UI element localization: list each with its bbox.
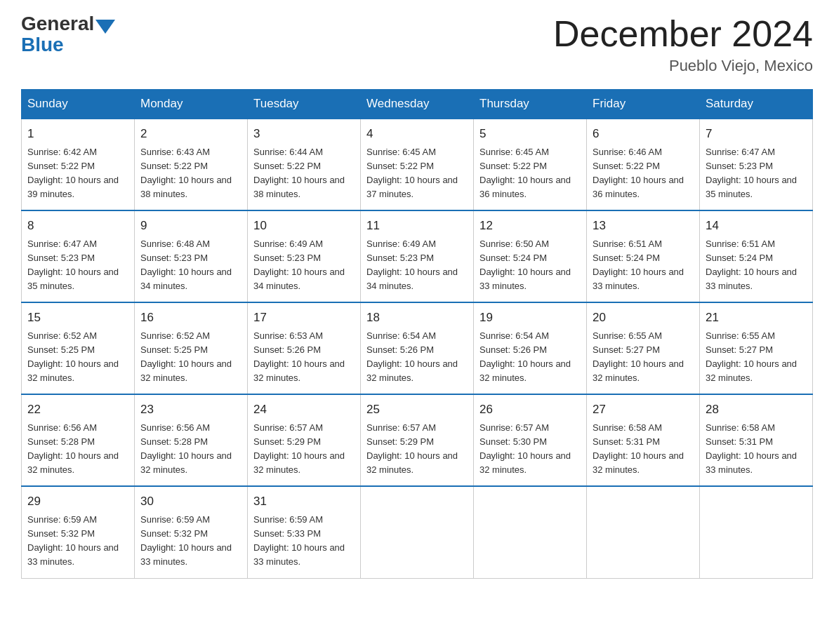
day-number: 14	[706, 217, 807, 235]
calendar-table: SundayMondayTuesdayWednesdayThursdayFrid…	[21, 89, 813, 578]
calendar-day-cell: 15 Sunrise: 6:52 AMSunset: 5:25 PMDaylig…	[22, 302, 135, 394]
day-info: Sunrise: 6:53 AMSunset: 5:26 PMDaylight:…	[253, 330, 345, 383]
month-title: December 2024	[553, 14, 813, 54]
empty-cell	[361, 486, 474, 578]
calendar-day-cell: 10 Sunrise: 6:49 AMSunset: 5:23 PMDaylig…	[248, 210, 361, 302]
day-info: Sunrise: 6:52 AMSunset: 5:25 PMDaylight:…	[140, 330, 232, 383]
calendar-week-row: 29 Sunrise: 6:59 AMSunset: 5:32 PMDaylig…	[22, 486, 813, 578]
day-info: Sunrise: 6:56 AMSunset: 5:28 PMDaylight:…	[27, 422, 119, 475]
day-info: Sunrise: 6:51 AMSunset: 5:24 PMDaylight:…	[593, 239, 684, 291]
calendar-day-cell: 16 Sunrise: 6:52 AMSunset: 5:25 PMDaylig…	[135, 302, 248, 394]
day-info: Sunrise: 6:50 AMSunset: 5:24 PMDaylight:…	[479, 239, 571, 291]
calendar-day-cell: 7 Sunrise: 6:47 AMSunset: 5:23 PMDayligh…	[700, 119, 813, 210]
day-info: Sunrise: 6:54 AMSunset: 5:26 PMDaylight:…	[366, 330, 458, 383]
calendar-day-cell: 2 Sunrise: 6:43 AMSunset: 5:22 PMDayligh…	[135, 119, 248, 210]
title-block: December 2024 Pueblo Viejo, Mexico	[553, 14, 813, 75]
calendar-day-cell: 30 Sunrise: 6:59 AMSunset: 5:32 PMDaylig…	[135, 486, 248, 578]
day-number: 13	[593, 217, 694, 235]
calendar-day-cell: 24 Sunrise: 6:57 AMSunset: 5:29 PMDaylig…	[248, 394, 361, 486]
day-info: Sunrise: 6:59 AMSunset: 5:32 PMDaylight:…	[27, 514, 119, 567]
day-info: Sunrise: 6:52 AMSunset: 5:25 PMDaylight:…	[27, 330, 119, 383]
day-number: 30	[140, 492, 241, 511]
day-number: 5	[479, 125, 581, 143]
calendar-week-row: 15 Sunrise: 6:52 AMSunset: 5:25 PMDaylig…	[22, 302, 813, 394]
day-info: Sunrise: 6:47 AMSunset: 5:23 PMDaylight:…	[706, 147, 797, 199]
day-info: Sunrise: 6:49 AMSunset: 5:23 PMDaylight:…	[253, 239, 345, 291]
day-info: Sunrise: 6:58 AMSunset: 5:31 PMDaylight:…	[706, 422, 797, 475]
calendar-day-cell: 13 Sunrise: 6:51 AMSunset: 5:24 PMDaylig…	[587, 210, 700, 302]
day-info: Sunrise: 6:57 AMSunset: 5:30 PMDaylight:…	[479, 422, 571, 475]
calendar-day-cell: 3 Sunrise: 6:44 AMSunset: 5:22 PMDayligh…	[248, 119, 361, 210]
logo-general-text: General	[21, 14, 94, 34]
calendar-day-cell: 22 Sunrise: 6:56 AMSunset: 5:28 PMDaylig…	[22, 394, 135, 486]
calendar-day-cell: 14 Sunrise: 6:51 AMSunset: 5:24 PMDaylig…	[700, 210, 813, 302]
calendar-day-cell: 12 Sunrise: 6:50 AMSunset: 5:24 PMDaylig…	[474, 210, 587, 302]
day-info: Sunrise: 6:55 AMSunset: 5:27 PMDaylight:…	[593, 330, 684, 383]
weekday-header-monday: Monday	[135, 90, 248, 119]
calendar-day-cell: 20 Sunrise: 6:55 AMSunset: 5:27 PMDaylig…	[587, 302, 700, 394]
calendar-week-row: 22 Sunrise: 6:56 AMSunset: 5:28 PMDaylig…	[22, 394, 813, 486]
page-header: General Blue December 2024 Pueblo Viejo,…	[21, 14, 813, 75]
day-info: Sunrise: 6:55 AMSunset: 5:27 PMDaylight:…	[706, 330, 797, 383]
day-number: 23	[140, 401, 241, 419]
calendar-day-cell: 4 Sunrise: 6:45 AMSunset: 5:22 PMDayligh…	[361, 119, 474, 210]
day-info: Sunrise: 6:42 AMSunset: 5:22 PMDaylight:…	[27, 147, 119, 199]
calendar-day-cell: 6 Sunrise: 6:46 AMSunset: 5:22 PMDayligh…	[587, 119, 700, 210]
day-number: 2	[140, 125, 241, 143]
day-number: 15	[27, 309, 128, 327]
day-info: Sunrise: 6:49 AMSunset: 5:23 PMDaylight:…	[366, 239, 458, 291]
day-info: Sunrise: 6:51 AMSunset: 5:24 PMDaylight:…	[706, 239, 797, 291]
calendar-day-cell: 23 Sunrise: 6:56 AMSunset: 5:28 PMDaylig…	[135, 394, 248, 486]
empty-cell	[587, 486, 700, 578]
day-info: Sunrise: 6:44 AMSunset: 5:22 PMDaylight:…	[253, 147, 345, 199]
calendar-day-cell: 5 Sunrise: 6:45 AMSunset: 5:22 PMDayligh…	[474, 119, 587, 210]
day-info: Sunrise: 6:57 AMSunset: 5:29 PMDaylight:…	[366, 422, 458, 475]
day-number: 12	[479, 217, 581, 235]
day-number: 9	[140, 217, 241, 235]
day-number: 8	[27, 217, 128, 235]
calendar-day-cell: 26 Sunrise: 6:57 AMSunset: 5:30 PMDaylig…	[474, 394, 587, 486]
day-number: 22	[27, 401, 128, 419]
day-info: Sunrise: 6:48 AMSunset: 5:23 PMDaylight:…	[140, 239, 232, 291]
day-number: 1	[27, 125, 128, 143]
day-number: 6	[593, 125, 694, 143]
day-number: 3	[253, 125, 355, 143]
day-number: 18	[366, 309, 468, 327]
day-number: 7	[706, 125, 807, 143]
day-number: 19	[479, 309, 581, 327]
calendar-header-row: SundayMondayTuesdayWednesdayThursdayFrid…	[22, 90, 813, 119]
weekday-header-wednesday: Wednesday	[361, 90, 474, 119]
empty-cell	[474, 486, 587, 578]
day-info: Sunrise: 6:58 AMSunset: 5:31 PMDaylight:…	[593, 422, 684, 475]
calendar-day-cell: 25 Sunrise: 6:57 AMSunset: 5:29 PMDaylig…	[361, 394, 474, 486]
day-number: 25	[366, 401, 468, 419]
day-number: 21	[706, 309, 807, 327]
logo-triangle-icon	[95, 20, 115, 34]
calendar-day-cell: 11 Sunrise: 6:49 AMSunset: 5:23 PMDaylig…	[361, 210, 474, 302]
day-number: 29	[27, 492, 128, 511]
day-info: Sunrise: 6:57 AMSunset: 5:29 PMDaylight:…	[253, 422, 345, 475]
calendar-day-cell: 31 Sunrise: 6:59 AMSunset: 5:33 PMDaylig…	[248, 486, 361, 578]
calendar-day-cell: 18 Sunrise: 6:54 AMSunset: 5:26 PMDaylig…	[361, 302, 474, 394]
day-info: Sunrise: 6:46 AMSunset: 5:22 PMDaylight:…	[593, 147, 684, 199]
calendar-day-cell: 21 Sunrise: 6:55 AMSunset: 5:27 PMDaylig…	[700, 302, 813, 394]
day-number: 4	[366, 125, 468, 143]
day-info: Sunrise: 6:59 AMSunset: 5:32 PMDaylight:…	[140, 514, 232, 567]
calendar-day-cell: 1 Sunrise: 6:42 AMSunset: 5:22 PMDayligh…	[22, 119, 135, 210]
calendar-day-cell: 8 Sunrise: 6:47 AMSunset: 5:23 PMDayligh…	[22, 210, 135, 302]
day-number: 17	[253, 309, 355, 327]
empty-cell	[700, 486, 813, 578]
day-info: Sunrise: 6:59 AMSunset: 5:33 PMDaylight:…	[253, 514, 345, 567]
day-number: 11	[366, 217, 468, 235]
calendar-day-cell: 28 Sunrise: 6:58 AMSunset: 5:31 PMDaylig…	[700, 394, 813, 486]
day-number: 24	[253, 401, 355, 419]
day-number: 10	[253, 217, 355, 235]
day-info: Sunrise: 6:43 AMSunset: 5:22 PMDaylight:…	[140, 147, 232, 199]
day-info: Sunrise: 6:47 AMSunset: 5:23 PMDaylight:…	[27, 239, 119, 291]
calendar-day-cell: 29 Sunrise: 6:59 AMSunset: 5:32 PMDaylig…	[22, 486, 135, 578]
weekday-header-friday: Friday	[587, 90, 700, 119]
weekday-header-tuesday: Tuesday	[248, 90, 361, 119]
day-info: Sunrise: 6:45 AMSunset: 5:22 PMDaylight:…	[479, 147, 571, 199]
weekday-header-saturday: Saturday	[700, 90, 813, 119]
calendar-day-cell: 19 Sunrise: 6:54 AMSunset: 5:26 PMDaylig…	[474, 302, 587, 394]
